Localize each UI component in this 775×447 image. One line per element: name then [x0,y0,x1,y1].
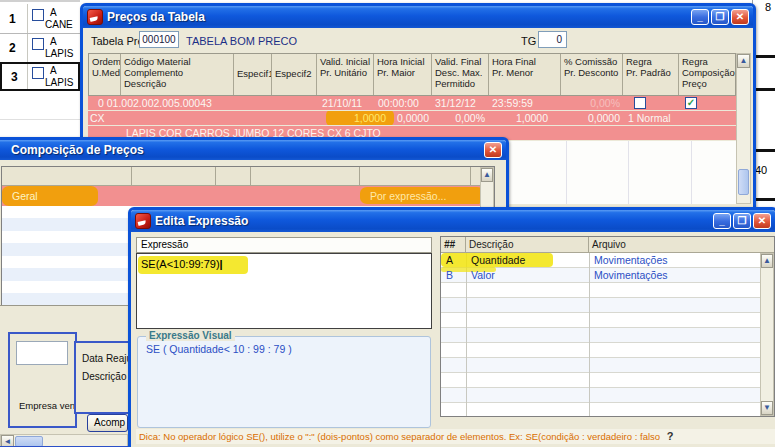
tabela-nome-text: TABELA BOM PRECO [186,35,297,47]
item-type: A [50,65,57,76]
variables-vertical-scrollbar[interactable]: ▲ ▼ [760,253,774,416]
table-row[interactable]: 1 A CANE [0,4,80,34]
scroll-up-arrow[interactable]: ▲ [761,254,773,268]
composicao-titlebar[interactable]: Composição de Preços ✕ [0,140,506,160]
column-header[interactable]: Ordem U.Med. [89,54,121,95]
data-reajuste-label: Data Reaju [82,353,132,364]
variable-arquivo: Movimentações [594,253,668,267]
acompanha-button[interactable]: Acomp [87,414,128,432]
scroll-up-arrow[interactable]: ▲ [737,54,750,68]
composicao-row-geral[interactable]: Geral Por expressão... [2,186,480,206]
variables-grid: ## Descrição Arquivo A Quantidade Movime… [440,236,775,417]
column-header[interactable] [251,167,360,185]
regra-composicao-checkbox[interactable]: ✓ [685,97,697,109]
variable-arquivo: Movimentações [594,268,668,282]
valid-final: 31/12/12 [435,96,476,110]
scroll-down-arrow[interactable]: ▼ [761,401,773,415]
column-header[interactable] [2,167,132,185]
column-header[interactable]: Regra Pr. Padrão [623,54,679,95]
column-header[interactable]: Hora Inicial Pr. Maior [374,54,432,95]
column-header[interactable]: ## [441,237,466,252]
table-row[interactable]: 2 A LAPIS [0,33,80,63]
expressao-header-label: Expressão [141,239,188,250]
minimize-button[interactable]: _ [713,213,731,229]
column-header[interactable] [360,167,471,185]
regra-geral-label: Geral [12,186,38,206]
variable-id: B [446,268,453,282]
comissao: 0,00% [560,96,620,110]
help-icon[interactable]: ? [663,430,674,442]
column-header[interactable]: Regra Composição Preço [679,54,737,95]
empresa-field[interactable] [16,341,68,365]
descricao-label: Descrição [82,371,126,382]
expressao-header: Expressão [136,237,432,253]
edita-titlebar[interactable]: Edita Expressão _ ❐ ✕ [131,210,775,232]
item-type: A [50,36,57,47]
close-button[interactable]: ✕ [731,9,749,25]
empresa-label: Empresa venc [19,400,80,411]
tg-input[interactable]: 0 [538,31,567,48]
precos-vertical-scrollbar[interactable]: ▲ [736,53,751,204]
variable-row[interactable]: B Valor Movimentações [441,268,760,282]
item-name: CANE [45,19,73,30]
column-header[interactable]: Hora Final Pr. Menor [489,54,561,95]
edita-expressao-window: Edita Expressão _ ❐ ✕ Expressão SE(A<10:… [128,207,775,447]
screen: 1 A CANE 2 A LAPIS 3 A LAPIS 8 40 [0,0,775,447]
tabela-preco-input[interactable]: 000100 [139,31,179,48]
price-row-2[interactable]: CX 1,0000 0,0000 0,00% 1,0000 0,0000 1 N… [88,111,736,125]
window-title: Edita Expressão [155,214,248,228]
regra-nome: 1 Normal [628,111,671,125]
scroll-thumb[interactable] [738,169,749,195]
precos-grid-header: Ordem U.Med. Código Material Complemento… [88,53,736,96]
column-header[interactable]: Valid. Inicial Pr. Unitário [317,54,374,95]
column-header[interactable]: Descrição [466,237,589,252]
expressao-value: SE(A<10:99:79) [141,258,220,270]
text-cursor: | [220,258,223,270]
row-checkbox[interactable] [32,9,44,21]
hint-bar: Dica: No operador lógico SE(), utilize o… [136,429,775,444]
row-checkbox[interactable] [32,38,44,50]
close-button[interactable]: ✕ [484,142,502,158]
item-type: A [50,7,57,18]
maximize-button[interactable]: ❐ [711,9,729,25]
column-header[interactable]: Código Material Complemento Descrição [121,54,234,95]
hint-text: Dica: No operador lógico SE(), utilize o… [136,431,660,442]
umed: CX [90,111,105,125]
variables-grid-header: ## Descrição Arquivo [441,237,774,253]
valid-inicial: 21/10/11 [322,96,362,110]
tg-label: TG [521,35,536,47]
row-checkbox[interactable] [32,67,44,79]
ordem-codigo: 0 01.002.002.005.00043 [98,96,212,110]
composicao-grid-header [2,167,480,186]
app-icon [87,9,103,25]
background-bottom-form: Empresa venc Data Reaju Descrição Acomp … [0,305,128,447]
column-header[interactable]: % Comissão Pr. Desconto [561,54,623,95]
expressao-textarea[interactable]: SE(A<10:99:79)| [136,253,432,329]
maximize-button[interactable]: ❐ [733,213,751,229]
column-header[interactable] [216,167,251,185]
item-name: LAPIS [45,48,73,59]
variable-row[interactable]: A Quantidade Movimentações [441,253,760,267]
column-header[interactable] [132,167,216,185]
expressao-visual-label: Expressão Visual [146,330,235,341]
column-header[interactable]: Especif2 [272,54,317,95]
price-row-1[interactable]: 0 01.002.002.005.00043 21/10/11 00:00:00… [88,96,736,110]
close-button[interactable]: ✕ [753,213,771,229]
item-name: LAPIS [45,77,73,88]
precos-titlebar[interactable]: Preços da Tabela _ ❐ ✕ [83,6,753,28]
window-title: Composição de Preços [11,143,144,157]
por-expressao-link[interactable]: Por expressão... [370,186,446,206]
pr-menor: 1,0000 [492,111,548,125]
column-header[interactable]: Especif1 [234,54,272,95]
scroll-up-arrow[interactable]: ▲ [481,168,493,182]
column-header[interactable]: Arquivo [589,237,760,252]
expressao-visual-group: Expressão Visual SE ( Quantidade< 10 : 9… [137,336,431,428]
column-header[interactable]: Valid. Final Desc. Max. Permitido [432,54,489,95]
regra-padrao-checkbox[interactable] [634,97,646,109]
table-row-selected[interactable]: 3 A LAPIS [0,62,80,91]
hora-final: 23:59:59 [492,96,533,110]
empresa-groupbox: Empresa venc [8,332,77,428]
column-header[interactable] [471,167,480,185]
window-title: Preços da Tabela [107,10,205,24]
minimize-button[interactable]: _ [691,9,709,25]
